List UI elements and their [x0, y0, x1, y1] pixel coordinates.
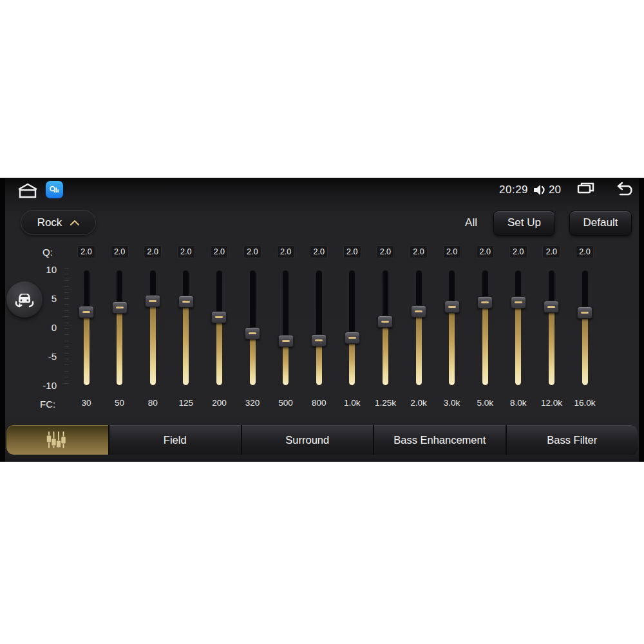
q-value-320[interactable]: 2.0 — [243, 245, 261, 258]
tab-bass-filter[interactable]: Bass Filter — [507, 425, 638, 455]
car-sound-field-button[interactable] — [6, 281, 43, 317]
audio-app-icon[interactable] — [46, 181, 63, 198]
gain-scale-label: -5 — [30, 351, 57, 362]
tab-surround[interactable]: Surround — [242, 425, 374, 455]
q-value-125[interactable]: 2.0 — [177, 245, 195, 258]
fc-value-1.0k: 1.0k — [344, 398, 361, 408]
slider-gold-fill — [416, 312, 422, 385]
screen-left-bezel — [0, 178, 5, 462]
slider-gold-fill — [349, 337, 355, 385]
fc-value-125: 125 — [179, 398, 194, 408]
thumb-dash — [249, 332, 256, 334]
slider-thumb[interactable] — [79, 306, 94, 318]
eq-slider-5.0k[interactable] — [468, 270, 502, 385]
slider-gold-fill — [150, 301, 156, 386]
tab-equalizer[interactable] — [6, 425, 108, 455]
thumb-dash — [215, 316, 223, 318]
slider-gold-fill — [183, 301, 189, 385]
eq-slider-125[interactable] — [169, 270, 203, 385]
q-value-12.0k[interactable]: 2.0 — [542, 245, 560, 258]
slider-gold-fill — [316, 341, 322, 385]
dsp-tab-bar: FieldSurroundBass EnhancementBass Filter — [6, 425, 638, 455]
back-arrow-icon[interactable] — [614, 181, 635, 200]
slider-thumb[interactable] — [477, 296, 493, 308]
slider-thumb[interactable] — [178, 296, 194, 308]
page: 20:29 20 — [0, 0, 644, 644]
preset-label: Rock — [37, 216, 62, 229]
slider-thumb[interactable] — [211, 311, 227, 323]
speaker-volume-icon — [533, 184, 547, 196]
eq-slider-320[interactable] — [236, 270, 269, 385]
q-value-30[interactable]: 2.0 — [77, 245, 95, 258]
toolbar-actions: All Set Up Default — [465, 210, 632, 236]
slider-thumb[interactable] — [345, 332, 360, 344]
eq-slider-500[interactable] — [269, 270, 303, 385]
thumb-dash — [348, 337, 356, 339]
slider-thumb[interactable] — [577, 307, 592, 319]
fc-row-label: FC: — [40, 399, 55, 410]
fc-value-2.0k: 2.0k — [410, 398, 427, 408]
fc-value-12.0k: 12.0k — [541, 398, 562, 408]
q-value-1.25k[interactable]: 2.0 — [376, 245, 394, 258]
eq-slider-12.0k[interactable] — [535, 270, 568, 385]
slider-thumb[interactable] — [377, 316, 393, 328]
eq-slider-30[interactable] — [70, 270, 103, 385]
eq-slider-2.0k[interactable] — [402, 270, 435, 385]
eq-slider-50[interactable] — [103, 270, 137, 385]
q-value-16.0k[interactable]: 2.0 — [576, 245, 594, 258]
q-value-50[interactable]: 2.0 — [111, 245, 129, 258]
gain-scale-label: 10 — [30, 264, 57, 275]
q-value-500[interactable]: 2.0 — [277, 245, 295, 258]
thumb-dash — [547, 306, 555, 308]
slider-thumb[interactable] — [311, 334, 327, 346]
slider-gold-fill — [250, 333, 256, 385]
slider-thumb[interactable] — [444, 301, 460, 313]
thumb-dash — [182, 301, 190, 303]
car-sound-field-icon — [12, 287, 37, 312]
preset-dropdown[interactable]: Rock — [21, 210, 96, 235]
slider-thumb[interactable] — [511, 296, 526, 308]
thumb-dash — [149, 300, 156, 302]
q-value-8.0k[interactable]: 2.0 — [509, 245, 527, 258]
eq-slider-200[interactable] — [202, 270, 236, 385]
gain-scale-label: 0 — [30, 322, 57, 333]
eq-slider-80[interactable] — [136, 270, 169, 385]
q-value-1.0k[interactable]: 2.0 — [343, 245, 361, 258]
tab-bass-enhancement[interactable]: Bass Enhancement — [374, 425, 506, 455]
recent-apps-icon[interactable] — [576, 182, 595, 198]
eq-slider-16.0k[interactable] — [568, 270, 601, 385]
q-value-80[interactable]: 2.0 — [144, 245, 162, 258]
fc-value-16.0k: 16.0k — [574, 398, 595, 408]
eq-slider-1.25k[interactable] — [368, 270, 402, 385]
slider-thumb[interactable] — [145, 295, 160, 307]
slider-gold-fill — [117, 307, 122, 385]
eq-slider-800[interactable] — [302, 270, 336, 385]
q-value-800[interactable]: 2.0 — [310, 245, 328, 258]
all-button[interactable]: All — [465, 216, 477, 229]
slider-gold-fill — [216, 317, 222, 385]
slider-thumb[interactable] — [245, 327, 260, 339]
q-value-5.0k[interactable]: 2.0 — [476, 245, 494, 258]
eq-slider-3.0k[interactable] — [435, 270, 469, 385]
q-value-3.0k[interactable]: 2.0 — [443, 245, 461, 258]
q-value-2.0k[interactable]: 2.0 — [410, 245, 428, 258]
fc-value-1.25k: 1.25k — [375, 398, 396, 408]
thumb-dash — [415, 310, 422, 312]
slider-thumb[interactable] — [278, 335, 294, 347]
fc-value-200: 200 — [212, 398, 227, 408]
home-icon[interactable] — [15, 182, 40, 199]
thumb-dash — [381, 321, 389, 323]
setup-button[interactable]: Set Up — [493, 211, 555, 236]
tab-field[interactable]: Field — [109, 425, 241, 455]
eq-slider-8.0k[interactable] — [502, 270, 535, 385]
q-row-label: Q: — [43, 247, 53, 258]
thumb-dash — [481, 301, 489, 303]
slider-thumb[interactable] — [411, 305, 426, 317]
volume-level: 20 — [549, 184, 561, 196]
eq-slider-1.0k[interactable] — [336, 270, 369, 385]
thumb-dash — [315, 339, 323, 341]
q-value-200[interactable]: 2.0 — [210, 245, 228, 258]
default-button[interactable]: Default — [569, 211, 632, 236]
slider-thumb[interactable] — [544, 301, 559, 313]
slider-thumb[interactable] — [112, 301, 128, 314]
